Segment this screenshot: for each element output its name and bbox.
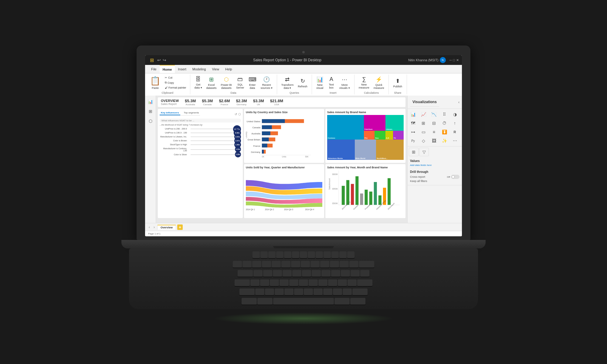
copy-button[interactable]: ⧉ Copy — [164, 80, 188, 85]
publish-button[interactable]: ⬆ Publish — [392, 77, 404, 89]
copy-icon: ⧉ — [165, 81, 167, 84]
undo-btn[interactable]: ↩ — [157, 58, 161, 62]
ki-row-2: UnitPrice is 196.9 - 199 6.58x — [160, 132, 241, 134]
vis-map-icon[interactable]: 🗺 — [409, 119, 417, 127]
sidebar-report-icon[interactable]: 📊 — [147, 98, 154, 105]
vis-bar-chart-icon[interactable]: 📊 — [409, 110, 417, 119]
more-visuals-button[interactable]: ⋯ Morevisuals ▾ — [337, 75, 352, 90]
ki-filter[interactable]: What influences NSAT to be ... — [160, 119, 241, 123]
paste-button[interactable]: 📋 Paste — [148, 75, 163, 91]
minimize-btn[interactable]: ─ — [449, 58, 452, 62]
format-painter-button[interactable]: 🖌 Format painter — [164, 86, 188, 90]
user-name: Nitin Khanna (MSIT) — [408, 58, 439, 62]
kb-key-lctrl — [242, 298, 257, 305]
treemap-northwest: NorthWest... — [376, 140, 404, 160]
toggle-knob — [452, 175, 455, 178]
bar-au-blue — [262, 131, 270, 135]
cross-report-toggle[interactable] — [451, 175, 459, 179]
kb-key-lbracket — [351, 270, 360, 277]
kb-key-f9 — [324, 251, 331, 258]
excel-button[interactable]: ⊞ Exceldatasets — [205, 75, 219, 90]
stat-label-usa: USA — [274, 103, 279, 106]
page-prev-btn[interactable]: ‹ — [148, 225, 151, 229]
vis-pie-icon[interactable]: ◑ — [451, 110, 459, 119]
kb-key-7 — [301, 261, 310, 268]
refresh-button[interactable]: ↻ Refresh — [296, 77, 309, 89]
new-visual-button[interactable]: 📊 Newvisual — [314, 75, 325, 90]
stat-value-france: $2.6M — [219, 99, 230, 103]
tab-modeling[interactable]: Modeling — [189, 65, 209, 73]
vis-matrix-icon[interactable]: ⊟ — [430, 119, 438, 127]
text-box-button[interactable]: A Textbox — [326, 75, 337, 90]
stat-label-germany: Germany — [236, 103, 246, 106]
kb-key-m — [314, 288, 323, 295]
vis-line-chart-icon[interactable]: 📈 — [419, 110, 428, 119]
vis-image-icon[interactable]: 🖼 — [430, 136, 438, 145]
add-page-btn[interactable]: + — [177, 224, 183, 230]
vis-python-icon[interactable]: Py — [409, 136, 417, 145]
get-data-button[interactable]: 🗄 Getdata ▾ — [193, 75, 204, 90]
scatter-svg: $600K $550K $500K SalesAmount — [327, 170, 404, 213]
page-tab-overview[interactable]: Overview — [157, 225, 176, 230]
vis-table-icon[interactable]: ⊞ — [419, 119, 428, 127]
vis-panel-collapse[interactable]: ‹ — [458, 100, 459, 104]
add-field-hint[interactable]: Add data fields here — [410, 164, 459, 167]
overview-subtitle: Sales Report — [161, 103, 179, 106]
vis-kpi-icon[interactable]: ↑ — [451, 119, 459, 127]
vis-fields-icon[interactable]: ⊞ — [409, 148, 419, 156]
ki-label-6: Manufacturer is Contoso, L55 — [160, 147, 187, 152]
vis-slicer-icon[interactable]: ⊶ — [409, 128, 417, 136]
kb-key-b — [294, 288, 303, 295]
ki-reset-icon[interactable]: ↺ — [235, 113, 237, 116]
ki-line-5: 1.96x — [191, 144, 239, 145]
tab-insert[interactable]: Insert — [175, 65, 189, 73]
sidebar-data-icon[interactable]: ⊞ — [147, 108, 154, 115]
vis-card-icon[interactable]: ▭ — [419, 128, 428, 136]
ki-tab-top-segments[interactable]: Top segments — [183, 111, 200, 115]
cut-button[interactable]: ✂ Cut — [164, 76, 188, 80]
x-scatter-label-2: Contoso — [353, 204, 359, 210]
ki-tab-key-influencers[interactable]: Key influencers — [160, 111, 180, 115]
close-btn[interactable]: ✕ — [456, 58, 459, 62]
quick-measure-button[interactable]: ⚡ Quickmeasure — [372, 75, 386, 90]
tab-view[interactable]: View — [209, 65, 222, 73]
enter-data-button[interactable]: ⌨ Enterdata — [247, 75, 258, 90]
vis-multirow-icon[interactable]: ≡ — [430, 128, 438, 136]
share-group-label: Share — [394, 91, 401, 94]
y-label-600k: $600K — [332, 173, 338, 175]
vis-r-icon[interactable]: R — [451, 128, 459, 136]
ki-line-4: 2.57x — [191, 140, 239, 141]
vis-gauge-icon[interactable]: ⏱ — [440, 119, 449, 127]
kb-key-s — [260, 279, 269, 286]
tab-home[interactable]: Home — [160, 65, 175, 73]
transform-button[interactable]: ⇄ Transformdata ▾ — [280, 75, 296, 90]
power-bi-icon: ⬡ — [224, 76, 229, 83]
ki-share-icon[interactable]: ⬡ — [238, 113, 241, 116]
redo-btn[interactable]: ↪ — [163, 58, 166, 62]
tab-file[interactable]: File — [148, 65, 160, 73]
vis-more-icon[interactable]: ⋯ — [451, 136, 459, 145]
vis-area-chart-icon[interactable]: 📉 — [430, 110, 438, 119]
page-next-btn[interactable]: › — [152, 225, 156, 229]
webcam — [302, 51, 305, 53]
sidebar-model-icon[interactable]: ⬡ — [147, 117, 154, 125]
vis-ai-icon[interactable]: ✨ — [440, 136, 449, 145]
kb-key-rbracket — [360, 270, 369, 277]
vis-filter-icon[interactable]: ▽ — [419, 148, 429, 156]
recent-sources-button[interactable]: 🕐 Recentsources ▾ — [259, 75, 274, 90]
power-bi-button[interactable]: ⬡ Power BIdatasets — [219, 75, 234, 90]
maximize-btn[interactable]: □ — [453, 58, 455, 62]
vis-scatter-icon[interactable]: ⠿ — [440, 110, 449, 119]
vis-funnel-icon[interactable]: ⏬ — [440, 128, 449, 136]
new-measure-button[interactable]: ∑ Newmeasure — [357, 75, 371, 90]
drill-through-section: Drill through Cross-report Off Kee — [408, 168, 462, 185]
left-sidebar: 📊 ⊞ ⬡ — [145, 96, 156, 223]
tab-help[interactable]: Help — [222, 65, 235, 73]
sql-label: SQLServer — [236, 83, 244, 89]
ki-row-3: Manufacturer is Litware, Inc. 2.64x — [160, 136, 241, 138]
vis-shape-icon[interactable]: ◇ — [419, 136, 428, 145]
enter-data-label: Enterdata — [249, 83, 256, 89]
bar-col-7 — [369, 192, 372, 205]
x-label-qtr1: 2014 Qtr 1 — [246, 208, 255, 211]
sql-button[interactable]: 🗃 SQLServer — [234, 75, 246, 90]
